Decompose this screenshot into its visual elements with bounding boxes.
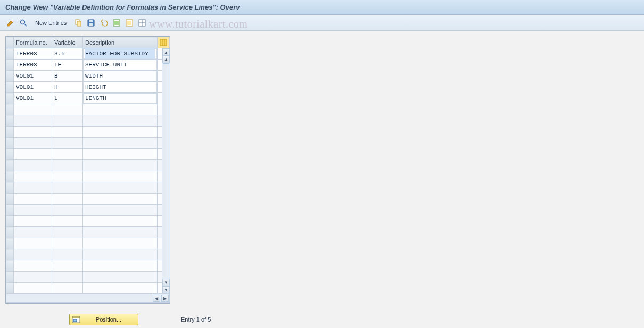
new-entries-button[interactable]: New Entries [31,18,71,28]
scroll-down-icon[interactable]: ▼ [162,286,170,293]
table-row[interactable] [6,194,170,205]
cell-variable [52,238,83,249]
table-row[interactable] [6,260,170,272]
cell-formula-no[interactable]: VOL01 [14,82,52,93]
table-row[interactable]: VOL01H [6,82,170,93]
description-input[interactable] [85,93,155,104]
table-row[interactable] [6,149,170,160]
header-formula-no[interactable]: Formula no. [14,37,52,48]
cell-description [83,104,158,115]
row-selector[interactable] [6,249,14,260]
scroll-right-icon[interactable]: ▶ [161,295,169,302]
table-row[interactable] [6,138,170,149]
description-input[interactable] [85,71,155,81]
scroll-down-icon-2[interactable]: ▼ [162,279,170,286]
row-selector[interactable] [6,283,14,294]
cell-formula-no [14,127,52,138]
table-row[interactable] [6,249,170,260]
row-selector[interactable] [6,138,14,149]
row-selector[interactable] [6,60,14,71]
cell-description [83,272,158,283]
scroll-up-icon[interactable]: ▲ [162,48,170,56]
row-selector[interactable] [6,194,14,205]
svg-rect-19 [73,319,77,322]
select-all-icon[interactable] [111,18,122,28]
row-selector[interactable] [6,205,14,216]
position-button[interactable]: Position... [69,314,138,325]
cell-formula-no [14,194,52,205]
cell-variable[interactable]: B [52,71,83,82]
row-selector[interactable] [6,272,14,283]
table-row[interactable]: VOL01L [6,93,170,104]
cell-variable[interactable]: L [52,93,83,104]
row-selector[interactable] [6,160,14,171]
cell-formula-no[interactable]: VOL01 [14,93,52,104]
row-selector[interactable] [6,227,14,238]
row-selector[interactable] [6,71,14,82]
scroll-up-icon-2[interactable]: ▲ [162,56,170,63]
cell-variable[interactable]: H [52,82,83,93]
table-row[interactable] [6,272,170,283]
header-description[interactable]: Description [83,37,158,48]
row-selector[interactable] [6,82,14,93]
cell-description[interactable] [83,60,158,71]
row-selector[interactable] [6,260,14,272]
save-icon[interactable] [86,18,96,28]
row-selector[interactable] [6,93,14,104]
cell-description[interactable] [83,82,158,93]
table-row[interactable] [6,171,170,182]
table-row[interactable] [6,127,170,138]
cell-formula-no [14,171,52,182]
scroll-left-icon[interactable]: ◀ [153,295,160,302]
row-selector[interactable] [6,115,14,127]
table-row[interactable] [6,227,170,238]
horizontal-scrollbar[interactable]: ◀ ▶ [6,294,169,302]
table-row[interactable] [6,182,170,194]
row-selector[interactable] [6,104,14,115]
table-row[interactable] [6,104,170,115]
row-selector[interactable] [6,127,14,138]
cell-variable [52,160,83,171]
vertical-scrollbar[interactable]: ▲ ▲ ▼ ▼ [162,48,170,293]
table-row[interactable] [6,216,170,227]
cell-description[interactable] [83,93,158,104]
delimit-icon[interactable] [137,18,147,28]
description-input[interactable] [85,60,155,70]
variable-grid[interactable]: Formula no. Variable Description TERR033… [6,37,170,303]
description-input[interactable] [85,82,155,92]
find-icon[interactable] [18,18,29,28]
row-selector[interactable] [6,182,14,194]
table-row[interactable]: TERR033.5 [6,48,170,60]
table-row[interactable] [6,283,170,294]
table-row[interactable] [6,205,170,216]
select-all-header[interactable] [6,37,14,48]
description-input[interactable] [85,48,155,59]
row-selector[interactable] [6,149,14,160]
table-row[interactable]: TERR03LE [6,60,170,71]
table-row[interactable] [6,115,170,127]
undo-icon[interactable] [98,18,109,28]
row-selector[interactable] [6,171,14,182]
copy-icon[interactable] [73,18,84,28]
cell-formula-no[interactable]: TERR03 [14,60,52,71]
table-row[interactable] [6,238,170,249]
cell-variable[interactable]: 3.5 [52,48,83,60]
table-row[interactable] [6,160,170,171]
row-selector[interactable] [6,238,14,249]
row-selector[interactable] [6,216,14,227]
cell-description[interactable] [83,48,158,60]
row-selector[interactable] [6,48,14,60]
cell-variable[interactable]: LE [52,60,83,71]
cell-formula-no[interactable]: VOL01 [14,71,52,82]
svg-rect-3 [77,21,81,26]
cell-formula-no[interactable]: TERR03 [14,48,52,60]
config-columns-icon[interactable] [158,37,170,48]
table-row[interactable]: VOL01B [6,71,170,82]
cell-variable [52,260,83,272]
header-variable[interactable]: Variable [52,37,83,48]
svg-rect-14 [160,39,167,46]
deselect-all-icon[interactable] [124,18,135,28]
cell-description[interactable] [83,71,158,82]
change-icon[interactable] [5,18,16,28]
position-button-label: Position... [84,316,134,323]
